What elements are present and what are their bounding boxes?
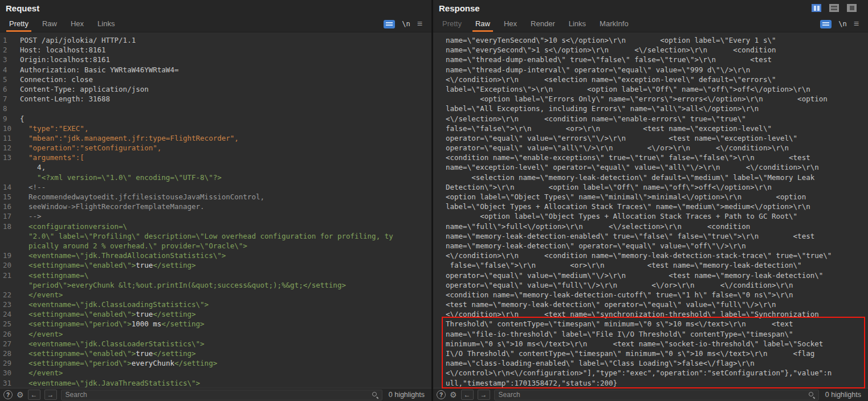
- layout-columns-icon[interactable]: [812, 4, 821, 12]
- editor-menu-icon[interactable]: ≡: [417, 19, 422, 28]
- line-number: 27: [0, 339, 20, 349]
- next-match-button[interactable]: →: [44, 390, 57, 400]
- code-line: <\/condition>\r\n <condition name=\"memo…: [433, 251, 868, 260]
- code-line: 10 "type":"EXEC",: [0, 124, 431, 133]
- code-line: name=\"memory-leak-detection-enabled\" t…: [433, 231, 868, 241]
- code-line: 21 <settingname=\: [0, 271, 431, 280]
- code-text: ull,"timestamp":1701358472,"status":200}: [433, 378, 617, 388]
- code-text: <option label=\"Object Types\" name=\"mi…: [433, 192, 806, 202]
- line-number: [0, 280, 20, 290]
- tab-hex[interactable]: Hex: [64, 16, 91, 32]
- code-text: Detection\">\r\n <option label=\"Off\" n…: [433, 182, 772, 192]
- line-number: 28: [0, 349, 20, 358]
- nonprintable-toggle-icon[interactable]: \n: [838, 20, 846, 28]
- code-text: "mbean":"jdk.management.jfr:type=FlightR…: [20, 133, 239, 143]
- code-line: label=\"All Exceptions, including Errors…: [433, 104, 868, 113]
- line-number: 7: [0, 94, 20, 104]
- code-line: 19 <eventname=\"jdk.ThreadAllocationStat…: [0, 251, 431, 260]
- line-number: 30: [0, 368, 20, 378]
- tab-hex[interactable]: Hex: [497, 16, 524, 32]
- tab-links[interactable]: Links: [562, 16, 593, 32]
- code-text: <!--: [20, 182, 46, 192]
- line-number: 10: [0, 124, 20, 133]
- tab-pretty[interactable]: Pretty: [2, 16, 35, 32]
- editor-menu-icon[interactable]: ≡: [854, 19, 859, 28]
- syntax-highlight-icon[interactable]: [384, 20, 395, 28]
- line-number: 31: [0, 378, 20, 388]
- code-line: pically around 2 % overhead.\" provider=…: [0, 241, 431, 251]
- tab-markinfo[interactable]: MarkInfo: [593, 16, 635, 32]
- search-settings-gear-icon[interactable]: ⚙: [17, 391, 24, 399]
- request-editor[interactable]: 1POST /api/jolokia/ HTTP/1.12Host: local…: [0, 32, 431, 388]
- tab-pretty[interactable]: Pretty: [435, 16, 468, 32]
- prev-match-button[interactable]: ←: [28, 390, 40, 400]
- line-number: 3: [0, 55, 20, 64]
- prev-match-button[interactable]: ←: [461, 390, 474, 400]
- code-line: <selection name=\"memory-leak-detection\…: [433, 173, 868, 182]
- response-editor[interactable]: name=\"everyTenSecond\">10 s<\/option>\r…: [433, 32, 868, 388]
- code-line: 8: [0, 104, 431, 113]
- tab-render[interactable]: Render: [524, 16, 562, 32]
- code-line: 16 seeWindow->FlightRecorderTemplateMana…: [0, 202, 431, 211]
- search-input[interactable]: [498, 390, 808, 399]
- next-match-button[interactable]: →: [478, 390, 490, 400]
- code-text: "operation":"setConfiguration",: [20, 143, 161, 153]
- code-line: name=\"full\">full<\/option>\r\n <\/sele…: [433, 222, 868, 231]
- search-settings-gear-icon[interactable]: ⚙: [450, 391, 457, 399]
- layout-rows-icon[interactable]: [829, 4, 839, 12]
- code-text: Recommendedwaytoedit.jfcfilesistouseJava…: [20, 192, 264, 202]
- tab-raw[interactable]: Raw: [468, 16, 497, 32]
- code-line: ull,"timestamp":1701358472,"status":200}: [433, 378, 868, 388]
- code-line: operator=\"equal\" value=\"full\"\/>\r\n…: [433, 280, 868, 290]
- code-line: "<?xml version=\"1.0\" encoding=\"UTF-8\…: [0, 173, 431, 182]
- code-text: Host: localhost:8161: [20, 45, 106, 55]
- search-magnifier-icon[interactable]: [808, 391, 816, 399]
- code-line: 27 <eventname=\"jdk.ClassLoaderStatistic…: [0, 339, 431, 349]
- syntax-highlight-icon[interactable]: [820, 20, 832, 28]
- search-magnifier-icon[interactable]: [372, 391, 379, 399]
- code-line: name=\"thread-dump-interval\" operator=\…: [433, 65, 868, 75]
- line-number: 22: [0, 290, 20, 300]
- code-line: <condition name=\"enable-exceptions\" tr…: [433, 153, 868, 162]
- code-line: name=\"memory-leak-detection\" operator=…: [433, 241, 868, 251]
- code-text: <settingname=\"enabled\">true</setting>: [20, 349, 196, 358]
- response-tab-icons: \n ≡: [820, 16, 859, 32]
- code-text: <test name=\"memory-leak-detection\" ope…: [433, 300, 776, 309]
- search-box: [494, 390, 819, 400]
- search-input[interactable]: [64, 390, 372, 399]
- line-number: 8: [0, 104, 20, 113]
- code-line: name=\"file-io-threshold\" label=\"File …: [433, 329, 868, 339]
- code-line: Threshold\" contentType=\"timespan\" min…: [433, 319, 868, 329]
- tab-links[interactable]: Links: [91, 16, 121, 32]
- line-number: 4: [0, 65, 20, 75]
- tab-raw[interactable]: Raw: [35, 16, 64, 32]
- request-header: Request: [0, 0, 431, 16]
- request-tab-icons: \n ≡: [384, 16, 422, 32]
- line-number: 16: [0, 202, 20, 211]
- code-line: label=\"Exceptions\">\r\n <option label=…: [433, 84, 868, 94]
- code-text: operator=\"equal\" value=\"all\"\/>\r\n …: [433, 143, 789, 153]
- code-line: <condition name=\"memory-leak-detection-…: [433, 290, 868, 300]
- code-line: 13 "arguments":[: [0, 153, 431, 162]
- code-text: <\/selection>\r\n <condition name=\"enab…: [433, 114, 746, 124]
- code-text: label=\"All Exceptions, including Errors…: [433, 104, 759, 113]
- code-text: <eventname=\"jdk.ClassLoadingStatistics\…: [20, 300, 209, 309]
- help-icon[interactable]: ?: [437, 390, 446, 399]
- code-text: <selection name=\"memory-leak-detection\…: [433, 173, 814, 182]
- layout-single-icon[interactable]: [847, 4, 857, 12]
- code-line: 28 <settingname=\"enabled\">true</settin…: [0, 349, 431, 358]
- nonprintable-toggle-icon[interactable]: \n: [402, 20, 410, 28]
- code-line: 9{: [0, 114, 431, 124]
- code-text: Content-Type: application/json: [20, 84, 149, 94]
- code-text: false=\"false\">\r\n <or>\r\n <test name…: [433, 260, 802, 270]
- code-line: <test name=\"memory-leak-detection\" ope…: [433, 300, 868, 309]
- code-line: <\/condition>\r\n <selection name=\"exce…: [433, 75, 868, 84]
- code-line: minimum=\"0 s\">10 ms<\/text>\r\n <text …: [433, 339, 868, 349]
- code-text: name=\"exception-level\" operator=\"equa…: [433, 162, 819, 172]
- code-line: 3Origin:localhost:8161: [0, 55, 431, 64]
- line-number: 19: [0, 251, 20, 260]
- help-icon[interactable]: ?: [3, 390, 13, 399]
- line-number: [0, 173, 20, 182]
- code-text: -->: [20, 211, 42, 221]
- code-line: I\/O Threshold\" contentType=\"timespan\…: [433, 349, 868, 358]
